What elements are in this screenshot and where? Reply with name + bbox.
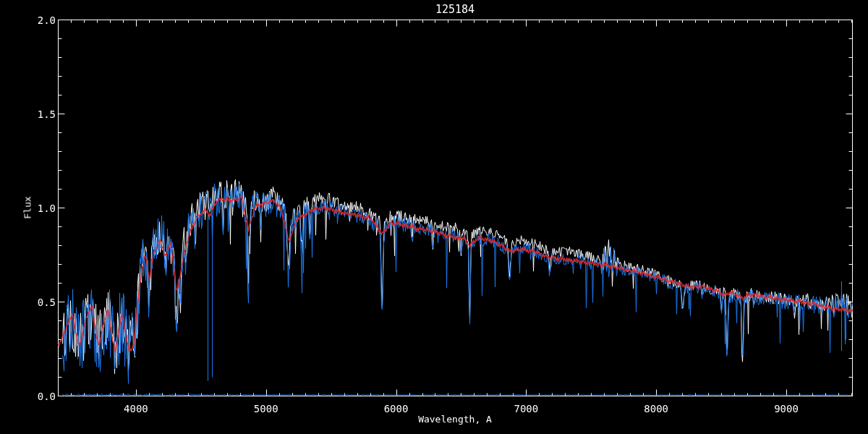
y-tick-label: 1.0 [27, 203, 56, 214]
x-axis-label: Wavelength, A [58, 414, 852, 425]
y-tick-label: 2.0 [27, 14, 56, 26]
x-tick-label: 5000 [244, 403, 288, 414]
y-tick-label: 0.0 [27, 391, 56, 402]
spectrum-plot-canvas [0, 0, 868, 434]
spectrum-figure: 125184 Wavelength, A Flux 40005000600070… [0, 0, 868, 434]
x-tick-label: 6000 [375, 403, 418, 414]
y-tick-label: 1.5 [27, 109, 56, 120]
plot-title: 125184 [58, 3, 852, 16]
y-tick-label: 0.5 [27, 297, 56, 308]
x-tick-label: 8000 [634, 403, 678, 414]
x-tick-label: 4000 [114, 403, 158, 414]
x-tick-label: 9000 [765, 403, 808, 414]
x-tick-label: 7000 [504, 403, 548, 414]
